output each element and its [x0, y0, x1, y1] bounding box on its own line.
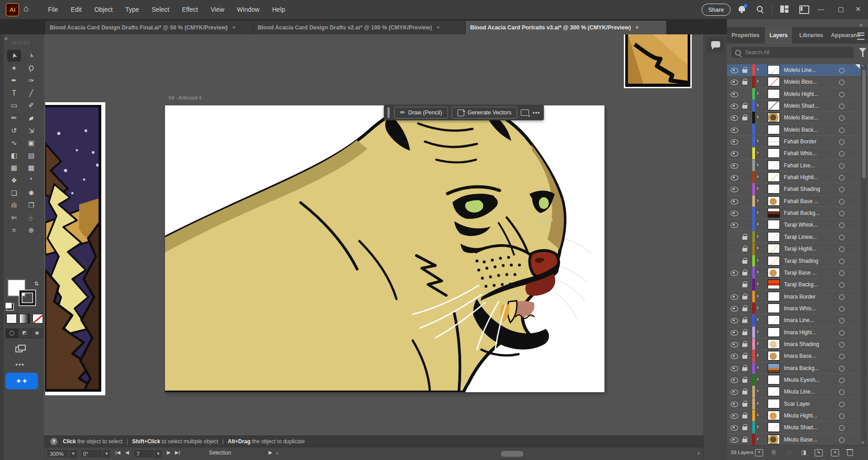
- home-icon[interactable]: ⌂: [24, 4, 28, 14]
- layer-thumbnail[interactable]: [768, 351, 780, 360]
- layer-name[interactable]: Taraji Base ...: [784, 267, 817, 279]
- visibility-eye-icon[interactable]: [731, 366, 738, 371]
- lock-icon[interactable]: [742, 365, 747, 371]
- layer-row[interactable]: ›Molelo Bloo...: [727, 76, 868, 88]
- tool-eyedropper[interactable]: ❜: [24, 175, 38, 186]
- layer-name[interactable]: Imara Backg...: [784, 362, 819, 374]
- expand-chevron-icon[interactable]: ›: [757, 102, 759, 108]
- layer-name[interactable]: Taraji Highli...: [784, 243, 816, 255]
- search-icon[interactable]: [757, 6, 763, 12]
- target-circle-icon[interactable]: [839, 294, 844, 300]
- h-scroll-right-icon[interactable]: ›: [698, 450, 699, 456]
- previous-artboard-icon[interactable]: ◀: [125, 450, 129, 455]
- expand-chevron-icon[interactable]: ›: [757, 388, 759, 394]
- lock-icon[interactable]: [742, 234, 747, 240]
- tool-print-tiling[interactable]: ⌗: [7, 224, 21, 236]
- draw-normal-button[interactable]: ◯: [5, 328, 18, 338]
- lock-icon[interactable]: [742, 103, 747, 109]
- layer-name[interactable]: Mkutu Base...: [784, 434, 817, 446]
- layer-thumbnail[interactable]: [768, 363, 780, 373]
- adjacent-artboard-top-right[interactable]: [624, 34, 692, 88]
- layer-row[interactable]: ›Molelo Highl...: [727, 88, 868, 100]
- target-circle-icon[interactable]: [839, 378, 844, 383]
- new-sublayer-icon[interactable]: ↳: [815, 449, 823, 456]
- visibility-eye-icon[interactable]: [731, 378, 738, 383]
- layer-row[interactable]: ›Imara Whis...: [727, 303, 868, 314]
- visibility-eye-icon[interactable]: [731, 187, 738, 192]
- lock-icon[interactable]: [742, 258, 747, 264]
- layer-name[interactable]: Molelo Highl...: [784, 88, 818, 100]
- layer-row[interactable]: ›Imara Base...: [727, 350, 868, 362]
- default-fill-stroke-icon[interactable]: [5, 302, 12, 309]
- layer-row[interactable]: ›Fahali Line...: [727, 160, 868, 171]
- reference-image-icon[interactable]: [521, 109, 529, 116]
- artboard-number-field[interactable]: 7: [133, 449, 154, 458]
- layer-row[interactable]: ›Taraji Backg...: [727, 279, 868, 290]
- layer-row[interactable]: Molelo Back...: [727, 124, 868, 136]
- layer-name[interactable]: Fahali Shading: [784, 183, 820, 195]
- layer-name[interactable]: Taraji Linew...: [784, 231, 817, 243]
- expand-chevron-icon[interactable]: ›: [757, 412, 759, 418]
- target-circle-icon[interactable]: [839, 235, 844, 240]
- expand-chevron-icon[interactable]: ›: [757, 114, 759, 120]
- rotation-field[interactable]: 0°: [80, 449, 103, 458]
- layer-thumbnail[interactable]: [768, 422, 780, 432]
- layer-row[interactable]: ›Imara Line...: [727, 314, 868, 326]
- tool-symbols[interactable]: ❏: [7, 187, 21, 199]
- tool-curvature[interactable]: ✑: [24, 75, 38, 86]
- layer-thumbnail[interactable]: [768, 339, 780, 349]
- expand-chevron-icon[interactable]: ›: [757, 269, 759, 275]
- generative-ai-button[interactable]: ✦✦: [5, 373, 38, 389]
- target-circle-icon[interactable]: [839, 115, 844, 121]
- visibility-eye-icon[interactable]: [731, 211, 738, 216]
- tool-mesh[interactable]: ▦: [7, 162, 21, 174]
- expand-chevron-icon[interactable]: ›: [757, 400, 759, 406]
- expand-chevron-icon[interactable]: ›: [757, 138, 759, 144]
- layers-scrollbar[interactable]: ^ v: [861, 64, 867, 446]
- target-circle-icon[interactable]: [839, 354, 844, 359]
- tool-magic-wand[interactable]: ✶: [7, 62, 21, 74]
- minimize-button[interactable]: —: [811, 0, 831, 18]
- expand-chevron-icon[interactable]: ›: [757, 161, 759, 168]
- target-circle-icon[interactable]: [839, 92, 844, 97]
- target-circle-icon[interactable]: [839, 437, 844, 443]
- layer-row[interactable]: ›Molelo Shad...: [727, 100, 868, 112]
- menu-type[interactable]: Type: [119, 0, 145, 19]
- layer-thumbnail[interactable]: [768, 125, 780, 134]
- layer-thumbnail[interactable]: [768, 184, 780, 194]
- layer-row[interactable]: ›Imara Border: [727, 291, 868, 303]
- layer-name[interactable]: Fahali Line...: [784, 160, 815, 171]
- expand-chevron-icon[interactable]: ›: [757, 328, 759, 335]
- status-flyout-icon[interactable]: ▶: [269, 450, 272, 455]
- target-circle-icon[interactable]: [839, 389, 844, 395]
- tool-shape-builder[interactable]: ◧: [7, 150, 21, 161]
- layer-row[interactable]: ›Taraji Whisk...: [727, 219, 868, 231]
- h-scroll-left-icon[interactable]: ‹: [276, 450, 278, 456]
- swap-fill-stroke-icon[interactable]: ⇄: [33, 281, 40, 286]
- delete-layer-icon[interactable]: [847, 451, 853, 456]
- target-circle-icon[interactable]: [839, 425, 844, 431]
- tab-close-icon[interactable]: ×: [436, 24, 439, 31]
- visibility-eye-icon[interactable]: [731, 437, 738, 443]
- rotation-dropdown-icon[interactable]: ▼: [103, 449, 111, 459]
- adjacent-artboard-left[interactable]: [45, 102, 105, 395]
- layer-row[interactable]: ›Fahali Shading: [727, 183, 868, 195]
- layer-row[interactable]: ›Molelo Base...: [727, 112, 868, 123]
- visibility-eye-icon[interactable]: [731, 425, 738, 431]
- layer-row[interactable]: ›Taraji Highli...: [727, 243, 868, 255]
- expand-chevron-icon[interactable]: ›: [757, 423, 759, 430]
- menu-file[interactable]: File: [42, 0, 65, 19]
- expand-chevron-icon[interactable]: ›: [757, 221, 759, 227]
- layer-name[interactable]: Fahali Whis...: [784, 147, 817, 159]
- tool-direct-selection[interactable]: ➢: [24, 50, 38, 62]
- visibility-eye-icon[interactable]: [731, 175, 738, 180]
- layer-thumbnail[interactable]: [768, 435, 780, 444]
- layer-thumbnail[interactable]: [768, 196, 780, 206]
- layer-thumbnail[interactable]: [768, 268, 780, 277]
- color-button[interactable]: [6, 314, 17, 323]
- edit-toolbar-icon[interactable]: •••: [15, 361, 25, 368]
- layer-name[interactable]: Imara Line...: [784, 314, 814, 326]
- layer-row[interactable]: ›Mkutu Base...: [727, 434, 868, 446]
- panel-tab-libraries[interactable]: Libraries: [795, 27, 828, 43]
- visibility-eye-icon[interactable]: [731, 270, 738, 276]
